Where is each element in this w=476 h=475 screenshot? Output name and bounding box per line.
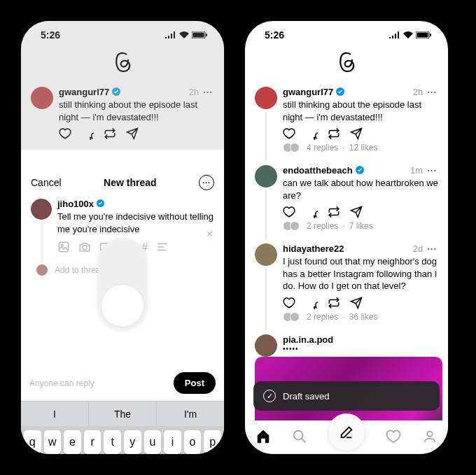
- likes-count: 36 likes: [349, 312, 378, 322]
- mini-avatar: [36, 264, 48, 276]
- tab-activity[interactable]: [386, 429, 401, 447]
- toast-text: Draft saved: [283, 391, 329, 402]
- key-p[interactable]: p: [204, 430, 221, 454]
- replies-count: 4 replies: [307, 143, 338, 153]
- camera-icon[interactable]: [78, 241, 91, 253]
- compose-icon: [339, 425, 354, 440]
- verified-icon: [356, 166, 364, 176]
- username[interactable]: endoatthebeach: [283, 165, 353, 176]
- feed[interactable]: gwangurl77 2h ··· still thinking about t…: [245, 49, 448, 420]
- username[interactable]: hidayathere22: [283, 243, 344, 254]
- heart-icon[interactable]: [283, 127, 295, 140]
- post-text: I just found out that my neighbor's dog …: [283, 255, 438, 292]
- timestamp: 2h: [189, 87, 199, 97]
- reply-icon[interactable]: [305, 297, 318, 309]
- heart-icon[interactable]: [283, 297, 295, 309]
- drag-handle[interactable]: [101, 284, 144, 327]
- more-icon[interactable]: ···: [426, 87, 438, 97]
- key-r[interactable]: r: [84, 430, 102, 454]
- likes-count: 12 likes: [349, 143, 378, 153]
- username: gwangurl77: [59, 87, 109, 97]
- key-o[interactable]: o: [184, 430, 202, 454]
- avatar[interactable]: [255, 334, 277, 357]
- avatar[interactable]: [255, 87, 277, 109]
- key-t[interactable]: t: [104, 430, 121, 454]
- avatar-cluster: [283, 143, 300, 153]
- bg-post: gwangurl77 2h ··· still thinking about t…: [21, 81, 224, 150]
- post-meta[interactable]: 2 replies · 7 likes: [283, 221, 438, 231]
- person-icon: [422, 429, 438, 444]
- more-icon: ···: [202, 87, 214, 97]
- kbd-suggest-3[interactable]: I'm: [157, 402, 224, 426]
- tab-home[interactable]: [255, 429, 271, 447]
- status-icons: [165, 31, 207, 38]
- post-meta[interactable]: 2 replies · 36 likes: [283, 312, 438, 322]
- avatar[interactable]: [255, 243, 277, 266]
- avatar-cluster: [283, 221, 300, 231]
- more-icon[interactable]: ···: [426, 165, 438, 176]
- reply-icon: [81, 127, 94, 140]
- reply-icon[interactable]: [305, 127, 318, 140]
- svg-rect-11: [417, 33, 428, 38]
- tab-search[interactable]: [292, 429, 307, 447]
- close-icon[interactable]: ×: [206, 228, 213, 241]
- composer-text-input[interactable]: Tell me you're indecisive without tellin…: [57, 211, 214, 235]
- status-time: 5:26: [265, 29, 284, 41]
- feed-post[interactable]: endoatthebeach 1m ··· can we talk about …: [245, 159, 448, 238]
- repost-icon[interactable]: [328, 297, 340, 309]
- tab-bar: [245, 420, 448, 454]
- audience-selector[interactable]: Anyone can reply: [29, 378, 94, 388]
- username[interactable]: gwangurl77: [283, 87, 333, 97]
- post-dots: •••••: [283, 345, 438, 353]
- composer-more-button[interactable]: ···: [199, 175, 214, 190]
- reply-icon[interactable]: [305, 206, 318, 218]
- share-icon[interactable]: [350, 297, 363, 309]
- svg-rect-5: [59, 242, 69, 252]
- post-meta[interactable]: 4 replies · 12 likes: [283, 143, 438, 153]
- replies-count: 2 replies: [307, 312, 338, 322]
- kbd-suggest-2[interactable]: The: [89, 402, 157, 426]
- more-icon[interactable]: ···: [426, 243, 438, 254]
- toast-draft-saved: ✓ Draft saved: [253, 381, 440, 411]
- svg-rect-12: [430, 34, 431, 36]
- key-i[interactable]: i: [164, 430, 181, 454]
- heart-icon[interactable]: [283, 206, 295, 218]
- tab-compose[interactable]: [328, 414, 365, 451]
- svg-rect-1: [193, 33, 204, 38]
- key-q[interactable]: q: [24, 430, 41, 454]
- timestamp: 1m: [410, 165, 423, 176]
- feed-post[interactable]: gwangurl77 2h ··· still thinking about t…: [245, 81, 448, 159]
- share-icon[interactable]: [350, 127, 363, 140]
- composer-username: jiho100x: [57, 199, 94, 209]
- check-circle-icon: ✓: [263, 390, 276, 402]
- post-text: still thinking about the episode last ni…: [283, 99, 438, 123]
- key-y[interactable]: y: [124, 430, 141, 454]
- post-button[interactable]: Post: [174, 372, 216, 394]
- repost-icon[interactable]: [328, 127, 340, 140]
- kbd-suggest-1[interactable]: I: [21, 402, 89, 426]
- poll-icon[interactable]: [156, 241, 169, 253]
- verified-icon: [336, 87, 344, 97]
- composer-header: Cancel New thread ···: [21, 166, 224, 197]
- repost-icon[interactable]: [328, 206, 340, 218]
- avatar: [31, 87, 53, 109]
- heart-icon: [59, 127, 71, 140]
- cancel-button[interactable]: Cancel: [31, 177, 62, 188]
- keyboard-suggestions: I The I'm: [21, 401, 224, 426]
- share-icon[interactable]: [350, 206, 363, 218]
- feed-post[interactable]: hidayathere22 2d ··· I just found out th…: [245, 238, 448, 329]
- key-u[interactable]: u: [144, 430, 162, 454]
- status-bar: 5:26: [245, 21, 448, 49]
- username[interactable]: pia.in.a.pod: [283, 334, 333, 345]
- image-icon[interactable]: [57, 241, 70, 253]
- repost-icon: [104, 127, 116, 140]
- wifi-icon: [403, 31, 413, 38]
- tab-profile[interactable]: [422, 429, 438, 447]
- post-text: still thinking about the episode last ni…: [59, 99, 214, 123]
- avatar[interactable]: [255, 165, 277, 187]
- verified-icon: [112, 87, 120, 97]
- drag-pill-overlay[interactable]: [98, 238, 147, 329]
- avatar-cluster: [283, 312, 300, 322]
- key-e[interactable]: e: [64, 430, 81, 454]
- key-w[interactable]: w: [44, 430, 62, 454]
